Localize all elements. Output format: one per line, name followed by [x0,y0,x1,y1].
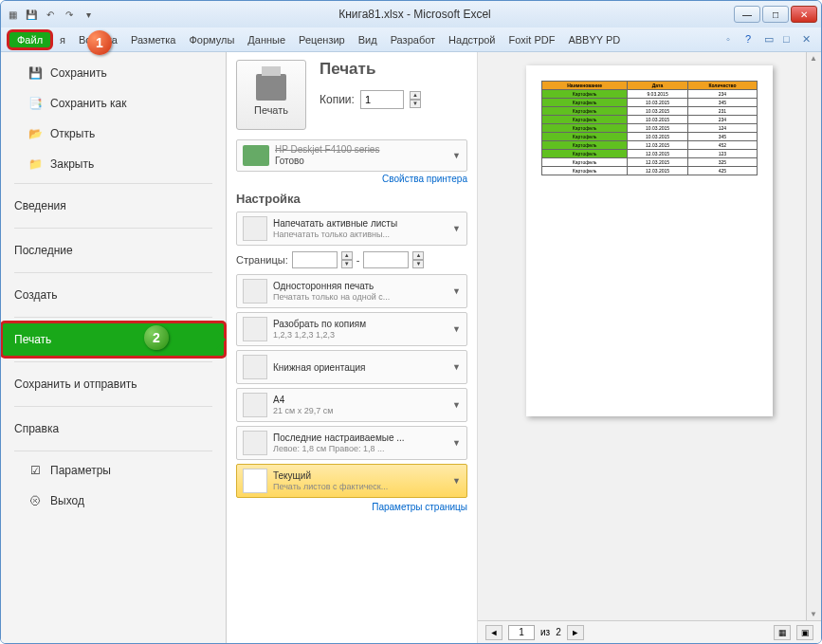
table-row: Картофель10.03.2015345 [542,133,758,141]
window-controls: — □ ✕ [734,6,817,23]
portrait-icon [243,355,267,379]
printer-icon [256,74,286,101]
settings-header: Настройка [236,192,467,206]
qat-more-icon[interactable]: ▾ [81,7,96,22]
preview-canvas: Наименование Дата Количество Картофель9.… [478,52,821,620]
copies-label: Копии: [320,93,355,106]
page-from-spinner[interactable]: ▲▼ [341,251,353,268]
opt-collate[interactable]: Разобрать по копиям1,2,3 1,2,3 1,2,3 ▼ [236,312,467,346]
print-preview-pane: Наименование Дата Количество Картофель9.… [478,52,821,643]
tab-foxit[interactable]: Foxit PDF [502,29,562,50]
tab-file[interactable]: Файл [7,29,53,50]
exit-icon: ⮾ [27,493,43,508]
minimize-button[interactable]: — [734,6,760,23]
app-window: ▦ 💾 ↶ ↷ ▾ Книга81.xlsx - Microsoft Excel… [0,0,822,644]
tab-developer[interactable]: Разработ [384,29,442,50]
doc-close-icon[interactable]: ✕ [802,33,815,46]
ribbon-tabs: Файл 1 я Вставка Разметка Формулы Данные… [1,28,821,52]
page-to-input[interactable] [363,251,409,268]
margins-icon [243,431,267,455]
help-icon[interactable]: ? [745,33,758,46]
nav-print[interactable]: Печать 2 [1,322,226,358]
printer-device-icon [243,145,269,166]
doc-min-icon[interactable]: ▭ [764,33,777,46]
nav-save[interactable]: 💾Сохранить [1,58,226,88]
table-row: Картофель10.03.2015345 [542,99,758,107]
chevron-down-icon: ▼ [452,362,461,372]
options-icon: ☑ [27,463,43,478]
nav-recent[interactable]: Последние [1,232,226,268]
nav-exit[interactable]: ⮾Выход [1,486,226,516]
tab-home-partial[interactable]: я [53,29,72,50]
opt-margins[interactable]: Последние настраиваемые ...Левое: 1,8 см… [236,426,467,460]
opt-one-sided[interactable]: Односторонняя печатьПечатать только на о… [236,274,467,308]
preview-scrollbar[interactable] [806,52,821,620]
doc-restore-icon[interactable]: □ [783,33,796,46]
undo-icon[interactable]: ↶ [43,7,58,22]
backstage-view: 💾Сохранить 📑Сохранить как 📂Открыть 📁Закр… [1,52,821,643]
page-to-spinner[interactable]: ▲▼ [412,251,424,268]
nav-close[interactable]: 📁Закрыть [1,149,226,179]
tab-layout[interactable]: Разметка [124,29,183,50]
one-sided-icon [243,279,267,304]
nav-save-as[interactable]: 📑Сохранить как [1,88,226,119]
chevron-down-icon: ▼ [452,476,461,486]
maximize-button[interactable]: □ [762,6,789,23]
next-page-button[interactable]: ► [567,625,584,640]
nav-new[interactable]: Создать [1,277,226,313]
copies-input[interactable] [360,90,404,109]
table-row: Картофель12.03.2015325 [542,158,758,167]
tab-data[interactable]: Данные [241,29,292,50]
close-button[interactable]: ✕ [791,6,817,23]
table-row: Картофель10.03.2015234 [542,116,758,124]
copies-spinner[interactable]: ▲▼ [410,91,421,108]
chevron-down-icon: ▼ [452,151,461,160]
table-row: Картофель10.03.2015124 [542,124,758,133]
opt-scaling[interactable]: ТекущийПечать листов с фактическ... ▼ [236,464,467,498]
chevron-down-icon: ▼ [452,438,461,448]
tab-file-label: Файл [17,34,43,46]
ribbon-minimize-icon[interactable]: ◦ [726,33,740,46]
print-button[interactable]: Печать [236,60,306,130]
nav-send[interactable]: Сохранить и отправить [1,366,226,402]
redo-icon[interactable]: ↷ [62,7,77,22]
page-setup-link[interactable]: Параметры страницы [236,502,467,512]
tab-abbyy[interactable]: ABBYY PD [561,29,627,50]
nav-info[interactable]: Сведения [1,188,226,224]
tab-view[interactable]: Вид [352,29,384,50]
sheets-icon [243,216,267,241]
table-row: Картофель10.03.2015231 [542,107,758,116]
zoom-to-page-button[interactable]: ▣ [796,625,813,640]
opt-orientation[interactable]: Книжная ориентация ▼ [236,350,467,384]
show-margins-button[interactable]: ▦ [774,625,791,640]
save-icon: 💾 [27,65,43,81]
printer-selector[interactable]: HP Deskjet F4100 seriesГотово ▼ [236,139,467,172]
table-row: Картофель12.03.2015123 [542,150,758,158]
spin-down-icon[interactable]: ▼ [410,100,421,108]
printer-properties-link[interactable]: Свойства принтера [236,174,467,184]
print-settings-panel: Печать Печать Копии: ▲▼ HP Deskjet F4100… [227,52,478,643]
prev-page-button[interactable]: ◄ [485,625,502,640]
tab-addins[interactable]: Надстрой [442,29,502,50]
opt-paper-size[interactable]: A421 см x 29,7 см ▼ [236,388,467,422]
table-row: Картофель12.03.2015425 [542,167,758,175]
chevron-down-icon: ▼ [452,324,461,334]
open-icon: 📂 [27,126,43,141]
scaling-icon [243,469,267,493]
nav-options[interactable]: ☑Параметры [1,455,226,486]
table-row: Картофель12.03.2015452 [542,141,758,150]
backstage-nav: 💾Сохранить 📑Сохранить как 📂Открыть 📁Закр… [1,52,227,643]
current-page-input[interactable] [508,625,535,640]
spin-up-icon[interactable]: ▲ [410,91,421,100]
tab-review[interactable]: Рецензир [292,29,352,50]
tab-formulas[interactable]: Формулы [182,29,241,50]
callout-2: 2 [144,325,169,350]
opt-active-sheets[interactable]: Напечатать активные листыНапечатать толь… [236,212,467,246]
nav-open[interactable]: 📂Открыть [1,119,226,149]
page-from-input[interactable] [292,251,338,268]
pages-range: Страницы: ▲▼ - ▲▼ [236,251,467,268]
save-icon[interactable]: 💾 [24,7,39,22]
titlebar: ▦ 💾 ↶ ↷ ▾ Книга81.xlsx - Microsoft Excel… [1,1,821,28]
nav-help[interactable]: Справка [1,411,226,447]
folder-close-icon: 📁 [27,156,43,172]
